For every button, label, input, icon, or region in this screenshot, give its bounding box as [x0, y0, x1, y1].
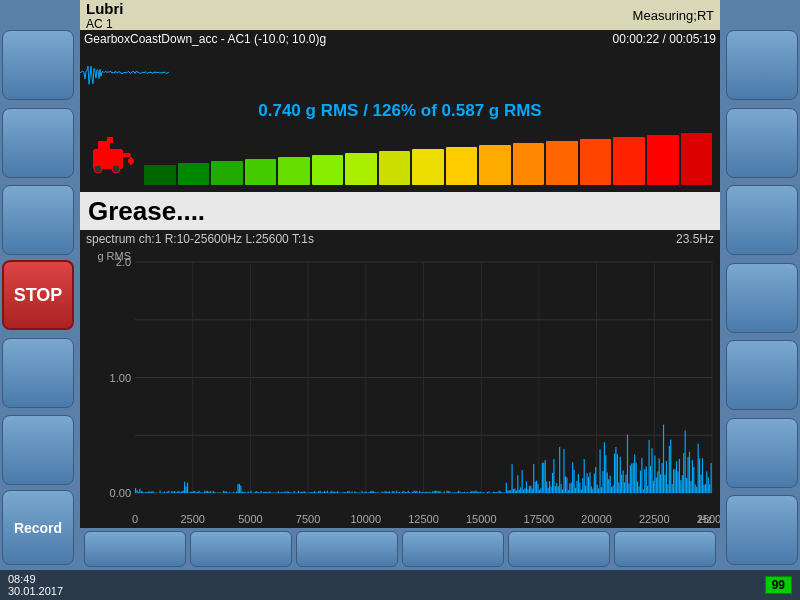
main-content: Lubri AC 1 Measuring;RT GearboxCoastDown… [80, 0, 720, 528]
subtitle: AC 1 [86, 17, 124, 31]
gauge-bar-7 [379, 151, 411, 185]
svg-point-7 [112, 165, 120, 173]
right-button-5[interactable] [726, 340, 798, 410]
record-button[interactable]: Record [2, 490, 74, 565]
date-display: 30.01.2017 [8, 585, 63, 597]
spectrum-canvas [80, 252, 720, 528]
rms-section: 0.740 g RMS / 126% of 0.587 g RMS [80, 95, 720, 127]
header: Lubri AC 1 Measuring;RT [80, 0, 720, 30]
bottom-btn-5[interactable] [508, 531, 610, 567]
gauge-bar-11 [513, 143, 545, 185]
right-button-3[interactable] [726, 185, 798, 255]
waveform-canvas [80, 50, 170, 95]
rms-text: 0.740 g RMS / 126% of 0.587 g RMS [258, 101, 541, 121]
gauge-bar-5 [312, 155, 344, 185]
bottom-btn-6[interactable] [614, 531, 716, 567]
gauge-bar-2 [211, 161, 243, 185]
grease-section: Grease.... [80, 192, 720, 230]
gauge-bars [144, 135, 712, 185]
left-button-3[interactable] [2, 185, 74, 255]
battery-indicator: 99 [765, 576, 792, 594]
right-button-2[interactable] [726, 108, 798, 178]
bottom-btn-3[interactable] [296, 531, 398, 567]
bottom-nav [80, 528, 720, 570]
gauge-bar-12 [546, 141, 578, 185]
bottom-btn-2[interactable] [190, 531, 292, 567]
spectrum-header: spectrum ch:1 R:10-25600Hz L:25600 T:1s … [80, 230, 720, 248]
stop-button[interactable]: STOP [2, 260, 74, 330]
grease-label: Grease.... [88, 196, 205, 227]
gauge-bar-10 [479, 145, 511, 185]
left-button-6[interactable] [2, 415, 74, 485]
right-button-1[interactable] [726, 30, 798, 100]
gauge-bar-6 [345, 153, 377, 185]
app-title: Lubri [86, 0, 124, 17]
gauge-section [80, 127, 720, 192]
right-button-7[interactable] [726, 495, 798, 565]
datetime: 08:49 30.01.2017 [8, 573, 63, 597]
gauge-bar-4 [278, 157, 310, 185]
stop-label: STOP [14, 285, 63, 306]
spectrum-freq: 23.5Hz [676, 232, 714, 246]
spectrum-label: spectrum ch:1 R:10-25600Hz L:25600 T:1s [86, 232, 314, 246]
svg-rect-2 [107, 137, 113, 143]
right-button-6[interactable] [726, 418, 798, 488]
time-display: 08:49 [8, 573, 63, 585]
svg-point-6 [94, 165, 102, 173]
gauge-bar-0 [144, 165, 176, 185]
waveform-section: GearboxCoastDown_acc - AC1 (-10.0; 10.0)… [80, 30, 720, 95]
left-button-5[interactable] [2, 338, 74, 408]
record-label: Record [14, 520, 62, 536]
status-bar: 08:49 30.01.2017 99 [0, 570, 800, 600]
gauge-bar-15 [647, 135, 679, 185]
bottom-btn-4[interactable] [402, 531, 504, 567]
spectrum-section: spectrum ch:1 R:10-25600Hz L:25600 T:1s … [80, 230, 720, 528]
gauge-bar-3 [245, 159, 277, 185]
left-button-2[interactable] [2, 108, 74, 178]
gauge-bar-8 [412, 149, 444, 185]
bottom-btn-1[interactable] [84, 531, 186, 567]
svg-rect-3 [121, 153, 131, 157]
svg-rect-5 [130, 157, 132, 165]
waveform-label: GearboxCoastDown_acc - AC1 (-10.0; 10.0)… [80, 30, 330, 48]
waveform-time: 00:00:22 / 00:05:19 [609, 30, 720, 48]
status-text: Measuring;RT [633, 8, 714, 23]
gauge-bar-14 [613, 137, 645, 185]
gauge-bar-16 [681, 133, 713, 185]
gauge-bar-13 [580, 139, 612, 185]
oil-icon [88, 129, 138, 191]
right-button-4[interactable] [726, 263, 798, 333]
left-button-1[interactable] [2, 30, 74, 100]
gauge-bar-9 [446, 147, 478, 185]
gauge-bar-1 [178, 163, 210, 185]
